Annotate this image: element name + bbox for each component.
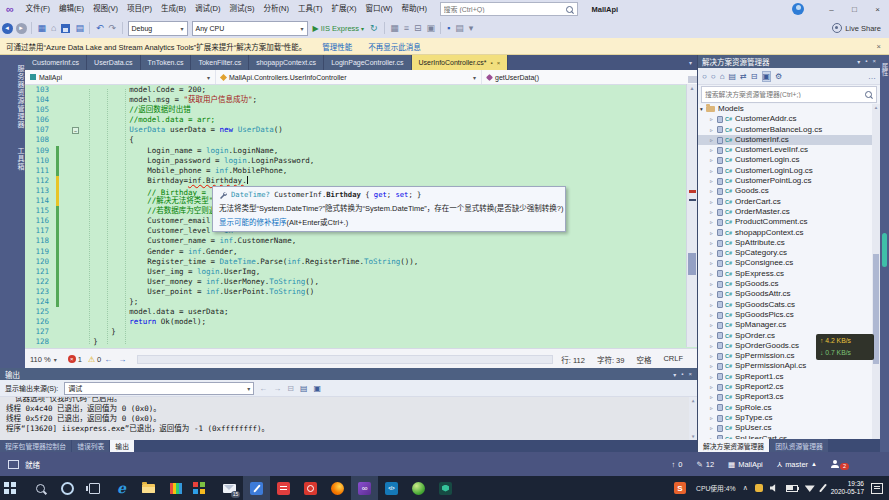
error-count[interactable]: 1 (78, 355, 82, 364)
code-line[interactable]: 107− UserData userData = new UserData() (25, 125, 697, 135)
line-number[interactable]: 123 (25, 287, 49, 297)
home-icon[interactable]: ⌂ (720, 72, 725, 81)
line-number[interactable]: 111 (25, 166, 49, 176)
save-button[interactable] (61, 24, 70, 33)
incoming-commits-indicator[interactable]: ↑ 0 (672, 460, 683, 469)
line-number[interactable]: 117 (25, 226, 49, 236)
collapsed-arrow-icon[interactable]: ▹ (708, 217, 715, 227)
output-icon[interactable]: ⊟ (284, 384, 297, 393)
code-line[interactable]: 109 Login_name = login.LoginName, (25, 146, 697, 156)
line-number[interactable]: 124 (25, 297, 49, 307)
quick-search-box[interactable] (440, 2, 578, 16)
manage-performance-link[interactable]: 管理性能 (322, 41, 352, 52)
collapsed-arrow-icon[interactable]: ▹ (708, 372, 715, 382)
collapsed-arrow-icon[interactable]: ▹ (708, 341, 715, 351)
tree-file-item[interactable]: ▹C#CustomerPointLog.cs (698, 176, 880, 186)
toolbar-icon[interactable]: ▣ (424, 23, 438, 33)
code-line[interactable]: 111 Mobile_phone = inf.MobilePhone, (25, 166, 697, 176)
zoom-dropdown[interactable]: 110 % ▾ (25, 355, 62, 364)
window-position-icon[interactable]: ▾ (673, 371, 676, 378)
taskbar-start-button[interactable] (0, 476, 27, 500)
tree-file-item[interactable]: ▹C#OrderCart.cs (698, 197, 880, 207)
line-number[interactable]: 105 (25, 105, 49, 115)
clock[interactable]: 19:36 2020-05-17 (831, 480, 864, 496)
tree-file-item[interactable]: ▹C#SpReport2.cs (698, 382, 880, 392)
collapsed-arrow-icon[interactable]: ▹ (708, 258, 715, 268)
tray-app-icon[interactable] (755, 484, 763, 492)
switch-views-icon[interactable]: ▤ (729, 72, 737, 81)
live-share-users-indicator[interactable]: 2 (831, 459, 849, 470)
collapsed-arrow-icon[interactable]: ▹ (708, 310, 715, 320)
infobar-close-icon[interactable]: × (877, 42, 881, 51)
output-scrollbar[interactable]: ▲ ▼ (689, 397, 697, 440)
maximize-button[interactable]: □ (843, 0, 866, 18)
menu-item[interactable]: 编辑(E) (55, 0, 89, 18)
line-number[interactable]: 113 (25, 186, 49, 196)
code-line[interactable]: 110 Login_password = login.LoginPassword… (25, 156, 697, 166)
scroll-down-icon[interactable]: ▼ (689, 433, 697, 440)
line-number[interactable]: 107 (25, 125, 49, 135)
tree-file-item[interactable]: ▹C#SpGoodsAttr.cs (698, 289, 880, 299)
wifi-icon[interactable] (805, 484, 815, 492)
battery-icon[interactable] (786, 485, 798, 492)
tree-file-item[interactable]: ▹C#shopappContext.cs (698, 228, 880, 238)
output-source-dropdown[interactable]: 调试 ▾ (64, 382, 254, 395)
prev-issue-icon[interactable]: ← (101, 355, 115, 364)
code-line[interactable]: 103 model.Code = 200; (25, 85, 697, 95)
line-number[interactable]: 126 (25, 317, 49, 327)
tree-file-item[interactable]: ▹C#SpConsignee.cs (698, 258, 880, 268)
editor-tab[interactable]: UserInfoController.cs*▪× (412, 55, 509, 70)
tree-file-item[interactable]: ▹C#CustomerInf.cs (698, 135, 880, 145)
collapsed-arrow-icon[interactable]: ▹ (708, 403, 715, 413)
line-number[interactable]: 119 (25, 247, 49, 257)
collapsed-arrow-icon[interactable]: ▹ (708, 320, 715, 330)
line-number[interactable]: 121 (25, 267, 49, 277)
tree-file-item[interactable]: ▹C#Goods.cs (698, 186, 880, 196)
line-number[interactable]: 108 (25, 135, 49, 145)
collapsed-arrow-icon[interactable]: ▹ (708, 176, 715, 186)
tree-file-item[interactable]: ▹C#SpManager.cs (698, 320, 880, 330)
line-number[interactable]: 118 (25, 236, 49, 246)
tree-file-item[interactable]: ▹C#CustomerLoginLog.cs (698, 166, 880, 176)
undo-button[interactable]: ↶ (93, 23, 106, 33)
eol-indicator[interactable]: CRLF (663, 354, 683, 365)
output-icon[interactable]: → (270, 384, 284, 393)
action-center-icon[interactable] (871, 483, 883, 494)
menu-item[interactable]: 视图(V) (89, 0, 123, 18)
refresh-button[interactable]: ↻ (367, 23, 381, 33)
line-number[interactable]: 114 (25, 196, 49, 206)
line-number[interactable]: 127 (25, 327, 49, 337)
code-line[interactable]: 128 } (25, 337, 697, 347)
tree-file-item[interactable]: ▹C#SpRole.cs (698, 403, 880, 413)
collapsed-arrow-icon[interactable]: ▹ (708, 413, 715, 423)
code-line[interactable]: 120 Register_time = DateTime.Parse(inf.R… (25, 257, 697, 267)
error-icon[interactable]: × (68, 355, 76, 363)
collapsed-arrow-icon[interactable]: ▹ (708, 434, 715, 440)
line-number[interactable]: 128 (25, 337, 49, 347)
tree-file-item[interactable]: ▹C#SpCategory.cs (698, 248, 880, 258)
line-number[interactable]: 115 (25, 206, 49, 216)
next-issue-icon[interactable]: → (115, 355, 129, 364)
navigate-back-button[interactable]: ◂ (2, 23, 13, 34)
branch-indicator[interactable]: Y master ▲ (777, 460, 817, 469)
tree-file-item[interactable]: ▹C#SpUserCart.cs (698, 434, 880, 440)
taskbar-mail-app[interactable]: 15 (216, 476, 243, 500)
collapsed-arrow-icon[interactable]: ▹ (708, 207, 715, 217)
hidden-icons-chevron[interactable]: ∧ (743, 484, 748, 492)
code-line[interactable]: 104 model.msg = "获取用户信息成功"; (25, 95, 697, 105)
minimize-button[interactable]: – (820, 0, 843, 18)
sync-with-active-document-icon[interactable]: ▣ (762, 71, 772, 82)
solution-search-box[interactable] (701, 86, 877, 103)
show-fixes-link[interactable]: 显示可能的修补程序 (219, 217, 287, 229)
code-line[interactable]: 121 User_img = login.UserImg, (25, 267, 697, 277)
editor-vertical-scrollbar[interactable]: ▲ (686, 84, 697, 347)
properties-gear-icon[interactable]: ⚙ (775, 72, 782, 81)
pin-icon[interactable]: ▪ (865, 58, 867, 65)
menu-item[interactable]: 帮助(H) (397, 0, 431, 18)
more-options-icon[interactable]: … (868, 72, 876, 81)
pending-edits-indicator[interactable]: ✎ 12 (696, 460, 714, 469)
panel-tab[interactable]: 程序包管理器控制台 (0, 440, 71, 452)
repository-indicator[interactable]: ▦ MallApi (728, 460, 763, 469)
close-icon[interactable]: × (872, 58, 876, 65)
tree-file-item[interactable]: ▹C#CustomerAddr.cs (698, 114, 880, 124)
